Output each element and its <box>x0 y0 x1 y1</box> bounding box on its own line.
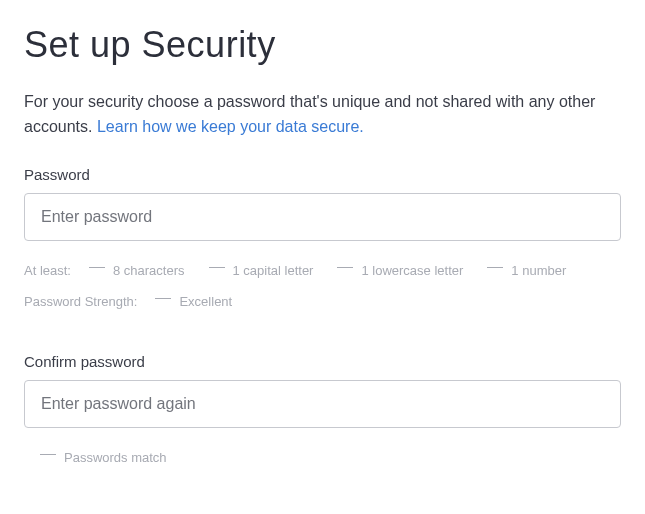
passwords-match: Passwords match <box>40 446 167 469</box>
passwords-match-row: Passwords match <box>24 442 621 469</box>
strength-row: Password Strength: Excellent <box>24 290 621 313</box>
intro-text: For your security choose a password that… <box>24 90 621 140</box>
confirm-password-input[interactable] <box>24 380 621 428</box>
dash-icon <box>487 267 503 268</box>
confirm-section: Confirm password Passwords match <box>24 353 621 469</box>
req-lowercase-text: 1 lowercase letter <box>361 259 463 282</box>
req-number: 1 number <box>487 259 566 282</box>
at-least-label: At least: <box>24 259 71 282</box>
req-lowercase: 1 lowercase letter <box>337 259 463 282</box>
strength-value-text: Excellent <box>179 290 232 313</box>
dash-icon <box>89 267 105 268</box>
password-requirements: At least: 8 characters 1 capital letter … <box>24 259 621 314</box>
password-label: Password <box>24 166 621 183</box>
req-capital-text: 1 capital letter <box>233 259 314 282</box>
password-input[interactable] <box>24 193 621 241</box>
passwords-match-text: Passwords match <box>64 446 167 469</box>
learn-more-link[interactable]: Learn how we keep your data secure. <box>97 118 364 135</box>
req-number-text: 1 number <box>511 259 566 282</box>
req-characters: 8 characters <box>89 259 185 282</box>
dash-icon <box>40 454 56 455</box>
requirements-row: At least: 8 characters 1 capital letter … <box>24 259 621 282</box>
dash-icon <box>337 267 353 268</box>
req-characters-text: 8 characters <box>113 259 185 282</box>
dash-icon <box>209 267 225 268</box>
strength-label: Password Strength: <box>24 290 137 313</box>
req-capital: 1 capital letter <box>209 259 314 282</box>
strength-value: Excellent <box>155 290 232 313</box>
confirm-password-label: Confirm password <box>24 353 621 370</box>
dash-icon <box>155 298 171 299</box>
page-title: Set up Security <box>24 24 621 66</box>
